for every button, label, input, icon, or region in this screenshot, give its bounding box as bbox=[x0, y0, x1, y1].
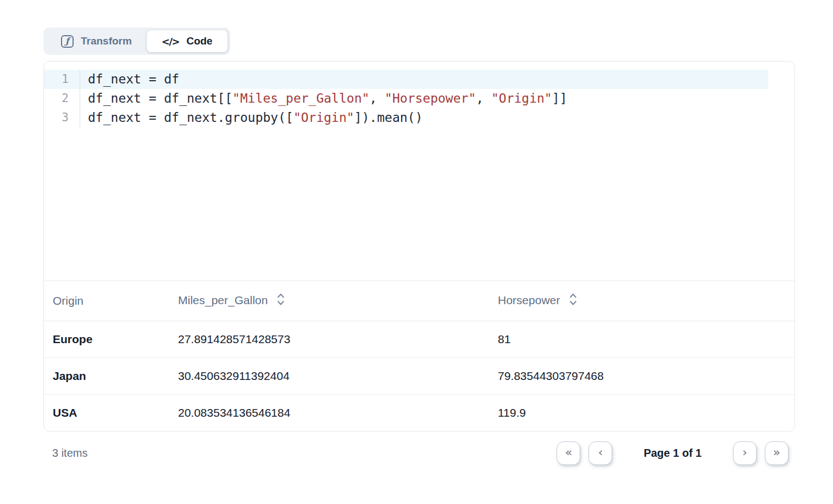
line-number: 1 bbox=[44, 70, 80, 89]
line-number: 2 bbox=[44, 89, 80, 108]
code-line[interactable]: 2df_next = df_next[["Miles_per_Gallon", … bbox=[44, 89, 768, 108]
previous-page-button[interactable]: ‹ bbox=[588, 441, 612, 465]
pagination: « ‹ Page 1 of 1 › » bbox=[557, 441, 788, 465]
sort-icon[interactable] bbox=[569, 296, 577, 309]
table-cell: 27.891428571428573 bbox=[169, 321, 489, 357]
code-icon: </> bbox=[162, 36, 179, 47]
code-editor[interactable]: 1df_next = df2df_next = df_next[["Miles_… bbox=[44, 61, 795, 281]
table-cell: 30.450632911392404 bbox=[169, 357, 489, 394]
table-body: Europe27.89142857142857381Japan30.450632… bbox=[44, 321, 795, 431]
table-cell: Europe bbox=[44, 321, 169, 357]
code-text: df_next = df_next[["Miles_per_Gallon", "… bbox=[80, 89, 567, 108]
table-cell: Japan bbox=[44, 357, 169, 394]
table-cell: 81 bbox=[489, 321, 795, 357]
table-row: Europe27.89142857142857381 bbox=[44, 321, 795, 357]
line-number: 3 bbox=[44, 108, 80, 127]
tab-transform-label: Transform bbox=[81, 35, 132, 47]
last-page-button[interactable]: » bbox=[765, 441, 788, 465]
sort-icon[interactable] bbox=[276, 296, 285, 309]
column-header-horsepower: Horsepower bbox=[489, 281, 795, 321]
code-text: df_next = df bbox=[80, 70, 179, 89]
first-page-button[interactable]: « bbox=[557, 441, 580, 465]
table-header-row: Origin Miles_per_Gallon Horsepower bbox=[44, 281, 795, 321]
tab-code[interactable]: </> Code bbox=[147, 30, 227, 52]
column-header-miles-per-gallon: Miles_per_Gallon bbox=[169, 281, 489, 321]
table-cell: 20.083534136546184 bbox=[169, 394, 489, 431]
code-line[interactable]: 3df_next = df_next.groupby(["Origin"]).m… bbox=[44, 108, 768, 127]
code-editor-lines: 1df_next = df2df_next = df_next[["Miles_… bbox=[44, 70, 795, 127]
code-text: df_next = df_next.groupby(["Origin"]).me… bbox=[80, 108, 423, 127]
table-row: Japan30.45063291139240479.83544303797468 bbox=[44, 357, 795, 394]
view-toggle: ƒ Transform </> Code bbox=[43, 27, 230, 55]
page-indicator: Page 1 of 1 bbox=[643, 447, 702, 460]
table-cell: USA bbox=[44, 394, 169, 431]
items-count: 3 items bbox=[52, 447, 87, 460]
next-page-button[interactable]: › bbox=[733, 441, 757, 465]
function-icon: ƒ bbox=[61, 35, 74, 48]
table-row: USA20.083534136546184119.9 bbox=[44, 394, 795, 431]
table-cell: 119.9 bbox=[489, 394, 795, 431]
table-cell: 79.83544303797468 bbox=[489, 357, 795, 394]
tab-transform[interactable]: ƒ Transform bbox=[46, 30, 147, 52]
table-footer: 3 items « ‹ Page 1 of 1 › » bbox=[43, 433, 795, 473]
tab-code-label: Code bbox=[186, 35, 213, 47]
code-line[interactable]: 1df_next = df bbox=[44, 70, 768, 89]
result-table: Origin Miles_per_Gallon Horsepower Europ… bbox=[44, 281, 795, 431]
editor-table-panel: 1df_next = df2df_next = df_next[["Miles_… bbox=[43, 61, 795, 432]
column-header-origin: Origin bbox=[44, 281, 169, 321]
